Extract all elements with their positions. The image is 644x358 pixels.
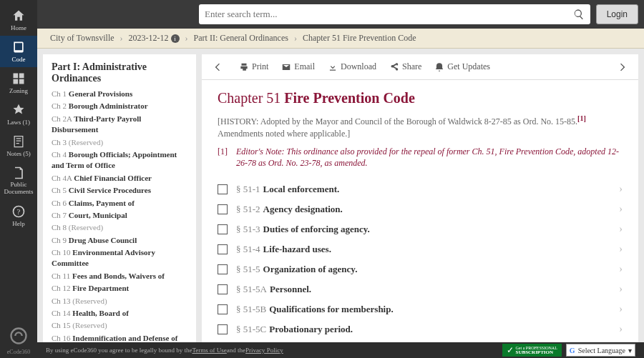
toc-item[interactable]: Ch 10 Environmental Advisory Committee [52, 247, 187, 269]
brand-logo[interactable]: eCode360 [0, 326, 37, 355]
toc-item[interactable]: Ch 7 Court, Municipal [52, 210, 187, 221]
search-icon[interactable] [573, 9, 585, 20]
rail-label: Zoning [9, 87, 28, 94]
crumb-date[interactable]: 2023-12-12 [129, 33, 169, 44]
toc-item[interactable]: Ch 8 (Reserved) [52, 222, 187, 233]
checkbox[interactable] [218, 324, 228, 334]
doc-body[interactable]: Chapter 51 Fire Prevention Code [HISTORY… [202, 80, 638, 352]
print-button[interactable]: Print [239, 61, 268, 72]
rail-notes[interactable]: Notes (5) [0, 130, 37, 161]
section-row[interactable]: § 51-3 Duties of enforcing agency.› [218, 219, 623, 239]
share-button[interactable]: Share [389, 61, 421, 72]
language-select[interactable]: G Select Language ▾ [566, 344, 635, 357]
checkbox[interactable] [218, 304, 228, 314]
toc-item[interactable]: Ch 14 Health, Board of [52, 308, 187, 319]
rail-pubdocs[interactable]: Public Documents [0, 161, 37, 200]
crumb-chapter[interactable]: Chapter 51 Fire Prevention Code [303, 33, 416, 44]
toc-title: Part I: Administrative Ordinances [52, 61, 187, 84]
editor-note: [1] Editor's Note: This ordinance also p… [218, 146, 623, 170]
toc-item[interactable]: Ch 12 Fire Department [52, 283, 187, 294]
crumb-city[interactable]: City of Townsville [50, 33, 114, 44]
rail-laws[interactable]: Laws (1) [0, 99, 37, 130]
back-button[interactable] [209, 59, 226, 76]
chevron-down-icon: ▾ [628, 347, 632, 354]
footnote-ref[interactable]: [1] [577, 114, 586, 122]
crumb-part[interactable]: Part II: General Ordinances [194, 33, 288, 44]
rail-home[interactable]: Home [0, 4, 37, 36]
checkbox[interactable] [218, 224, 228, 234]
chapter-title: Chapter 51 Fire Prevention Code [218, 90, 623, 106]
footer-text: By using eCode360 you agree to be legall… [46, 347, 192, 354]
footer: By using eCode360 you agree to be legall… [37, 342, 644, 358]
terms-link[interactable]: Terms of Use [192, 347, 226, 354]
toc-item[interactable]: Ch 4 Borough Officials; Appointment and … [52, 149, 187, 171]
rail-zoning[interactable]: Zoning [0, 67, 37, 99]
pro-subscription-badge[interactable]: ✓Get a PROFESSIONALSUBSCRIPTION [502, 344, 562, 357]
section-list: § 51-1 Local enforcement.›§ 51-2 Agency … [218, 179, 623, 352]
email-button[interactable]: Email [281, 61, 315, 72]
section-row[interactable]: § 51-5 Organization of agency.› [218, 259, 623, 279]
checkbox[interactable] [218, 244, 228, 254]
chevron-right-icon: › [619, 184, 623, 195]
login-button[interactable]: Login [596, 4, 638, 24]
forward-button[interactable] [614, 59, 631, 76]
document-panel: Print Email Download Share Get Updates C… [202, 54, 638, 352]
checkbox[interactable] [218, 184, 228, 194]
rail-label: Public Documents [0, 182, 37, 196]
chevron-right-icon: › [294, 33, 297, 44]
chevron-right-icon: › [619, 324, 623, 335]
section-row[interactable]: § 51-2 Agency designation.› [218, 199, 623, 219]
toc-item[interactable]: Ch 15 (Reserved) [52, 320, 187, 331]
toc-item[interactable]: Ch 11 Fees and Bonds, Waivers of [52, 271, 187, 282]
doc-toolbar: Print Email Download Share Get Updates [202, 54, 638, 80]
section-row[interactable]: § 51-1 Local enforcement.› [218, 179, 623, 199]
book-icon [11, 40, 26, 54]
left-nav-rail: Home Code Zoning Laws (1) Notes (5) Publ… [0, 0, 37, 358]
updates-button[interactable]: Get Updates [434, 61, 490, 72]
toc-item[interactable]: Ch 1 General Provisions [52, 89, 187, 99]
privacy-link[interactable]: Privacy Policy [245, 347, 283, 354]
breadcrumb: City of Townsville › 2023-12-12 i › Part… [37, 29, 644, 49]
section-row[interactable]: § 51-4 Life-hazard uses.› [218, 239, 623, 259]
download-button[interactable]: Download [328, 61, 376, 72]
rail-help[interactable]: ? Help [0, 200, 37, 232]
toc-item[interactable]: Ch 4A Chief Financial Officer [52, 173, 187, 184]
checkbox[interactable] [218, 284, 228, 294]
rail-label: Help [12, 220, 25, 227]
rail-label: Laws (1) [7, 119, 30, 126]
section-row[interactable]: § 51-5B Qualifications for membership.› [218, 299, 623, 319]
section-row[interactable]: § 51-5A Personnel.› [218, 279, 623, 299]
rail-code[interactable]: Code [0, 36, 37, 67]
help-icon: ? [11, 204, 26, 219]
toc-item[interactable]: Ch 3 (Reserved) [52, 137, 187, 148]
search-box[interactable] [199, 4, 590, 24]
main-area: Login City of Townsville › 2023-12-12 i … [37, 0, 644, 358]
toc-list: Ch 1 General ProvisionsCh 2 Borough Admi… [52, 89, 187, 352]
search-input[interactable] [205, 9, 573, 20]
toc-item[interactable]: Ch 5 Civil Service Procedures [52, 185, 187, 196]
chevron-right-icon: › [185, 33, 188, 44]
toc-item[interactable]: Ch 9 Drug Abuse Council [52, 235, 187, 246]
checkbox[interactable] [218, 264, 228, 274]
toc-panel[interactable]: Part I: Administrative Ordinances Ch 1 G… [43, 54, 196, 352]
svg-point-2 [11, 329, 26, 344]
toc-item[interactable]: Ch 2 Borough Administrator [52, 101, 187, 111]
section-row[interactable]: § 51-5C Probationary period.› [218, 319, 623, 339]
svg-text:?: ? [17, 207, 21, 216]
checkbox[interactable] [218, 204, 228, 214]
chevron-right-icon: › [619, 304, 623, 315]
toc-item[interactable]: Ch 13 (Reserved) [52, 296, 187, 307]
toc-item[interactable]: Ch 6 Claims, Payment of [52, 198, 187, 209]
rail-label: Code [12, 56, 26, 63]
toc-item[interactable]: Ch 2A Third-Party Payroll Disbursement [52, 114, 187, 136]
info-icon[interactable]: i [171, 34, 180, 43]
top-bar: Login [37, 0, 644, 29]
zoning-icon [11, 71, 26, 86]
history-note: [HISTORY: Adopted by the Mayor and Counc… [218, 114, 623, 140]
footer-text: and the [227, 347, 245, 354]
laws-icon [11, 103, 26, 117]
chevron-right-icon: › [120, 33, 123, 44]
brand-text: eCode360 [0, 349, 37, 355]
home-icon [11, 9, 26, 23]
rail-label: Notes (5) [6, 150, 31, 157]
